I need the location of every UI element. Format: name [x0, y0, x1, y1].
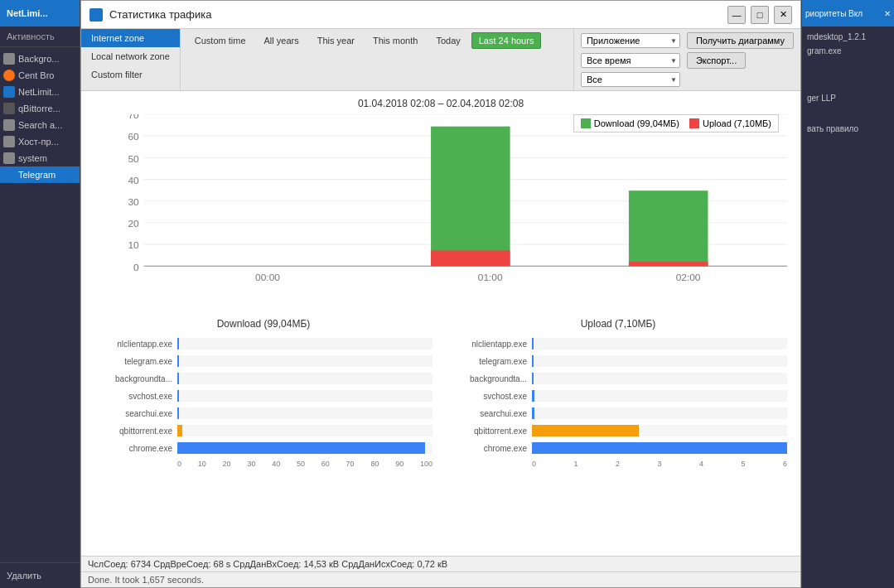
bar-track [177, 373, 433, 384]
bar-track [532, 338, 787, 349]
svg-text:40: 40 [128, 176, 138, 185]
delete-button[interactable]: Удалить [7, 571, 41, 581]
svg-text:10: 10 [128, 241, 138, 250]
upload-chart-inner: nlclientapp.exe telegram.exe backgroundt… [449, 336, 787, 470]
sidebar-item-background[interactable]: Backgro... [0, 51, 80, 67]
zone-internet[interactable]: Internet zone [81, 29, 180, 47]
list-item [802, 105, 894, 122]
svg-text:01:00: 01:00 [478, 273, 503, 282]
svg-text:02:00: 02:00 [676, 273, 701, 282]
right-panel-header: риоритеты Вкл ✕ [802, 0, 894, 27]
dialog-titlebar: Статистика трафика — □ ✕ [81, 1, 800, 29]
sidebar-item-label: qBittorre... [18, 104, 60, 113]
close-button[interactable]: ✕ [774, 6, 792, 24]
tab-last-24h[interactable]: Last 24 hours [471, 32, 542, 49]
bar-track [177, 355, 433, 367]
right-panel-title: риоритеты Вкл [805, 9, 863, 18]
table-row: backgroundta... [449, 371, 787, 386]
table-row: backgroundta... [94, 371, 433, 386]
zone-custom[interactable]: Custom filter [81, 65, 180, 84]
list-item [802, 75, 894, 91]
legend-download: Download (99,04МБ) [581, 118, 679, 128]
sidebar-item-label: system [18, 153, 47, 163]
tab-all-years[interactable]: All years [257, 32, 307, 49]
nav-time-tabs: Custom time All years This year This mon… [181, 29, 573, 90]
status-bar: ЧслСоед: 6734 СрдВреСоед: 68 s СрдДанВхС… [81, 556, 800, 571]
outer-app: NetLimi... Активность Backgro... Cent Br… [0, 0, 894, 588]
get-chart-button[interactable]: Получить диаграмму [687, 32, 794, 49]
bar-track [532, 407, 787, 419]
bar-track [177, 338, 433, 349]
svg-text:20: 20 [128, 219, 138, 229]
svg-rect-23 [629, 262, 708, 266]
host-icon [3, 136, 15, 147]
bar-label: chrome.exe [449, 444, 532, 453]
table-row: chrome.exe [94, 441, 433, 455]
background-icon [3, 53, 15, 65]
tab-today[interactable]: Today [428, 32, 467, 49]
bar-label: telegram.exe [449, 357, 532, 366]
sidebar-item-label: Telegram [18, 170, 56, 180]
app-title: NetLimi... [7, 8, 48, 18]
tab-this-month[interactable]: This month [365, 32, 425, 49]
sidebar-item-centbro[interactable]: Cent Bro [0, 67, 80, 84]
list-item: gram.exe [802, 44, 894, 58]
bar-track [177, 425, 433, 436]
svg-text:00:00: 00:00 [255, 273, 280, 282]
sidebar-item-system[interactable]: system [0, 150, 80, 166]
dialog-icon [89, 8, 103, 22]
bar-track [532, 425, 787, 436]
maximize-button[interactable]: □ [751, 6, 769, 24]
status-bottom-text: Done. It took 1,657 seconds. [88, 575, 204, 585]
sidebar-item-label: Backgro... [18, 54, 60, 64]
chart-container: Download (99,04МБ) Upload (7,10МБ) [94, 114, 787, 305]
filter-dropdown[interactable]: Все [581, 72, 680, 87]
download-x-axis: 0 10 20 30 40 50 60 70 80 90 100 [177, 458, 433, 470]
bar-track [177, 390, 433, 402]
bar-label: backgroundta... [94, 374, 177, 383]
table-row: chrome.exe [449, 441, 787, 455]
list-item[interactable]: вать правило [802, 122, 894, 136]
tab-this-year[interactable]: This year [310, 32, 362, 49]
bar-track [532, 355, 787, 367]
filter-dropdown-wrapper: Все [581, 72, 680, 87]
sidebar-item-host[interactable]: Хост-пр... [0, 133, 80, 150]
table-row: svchost.exe [449, 388, 787, 403]
bar-track [177, 442, 433, 454]
table-row: svchost.exe [94, 388, 433, 403]
sidebar-item-netlimit[interactable]: NetLimit... [0, 84, 80, 100]
content-area: 01.04.2018 02:08 – 02.04.2018 02:08 Down… [81, 91, 800, 587]
time-dropdown-wrapper: Все время [581, 53, 680, 68]
centbro-icon [3, 70, 15, 81]
table-row: searchui.exe [94, 406, 433, 421]
upload-chart-panel: Upload (7,10МБ) nlclientapp.exe telegram… [449, 318, 787, 549]
svg-text:60: 60 [128, 133, 138, 142]
time-dropdown[interactable]: Все время [581, 53, 680, 68]
right-panel-close[interactable]: ✕ [884, 9, 891, 18]
minimize-button[interactable]: — [727, 6, 746, 24]
sidebar-item-label: Cent Bro [18, 70, 54, 80]
sidebar-item-qbittorrent[interactable]: qBittorre... [0, 100, 80, 117]
table-row: qbittorrent.exe [94, 423, 433, 438]
legend-upload: Upload (7,10МБ) [689, 118, 771, 128]
bar-label: nlclientapp.exe [94, 340, 177, 349]
tab-custom-time[interactable]: Custom time [187, 32, 254, 49]
sidebar-items: Backgro... Cent Bro NetLimit... qBittorr… [0, 47, 80, 183]
chart-section: 01.04.2018 02:08 – 02.04.2018 02:08 Down… [81, 91, 800, 311]
status-stats: ЧслСоед: 6734 СрдВреСоед: 68 s СрдДанВхС… [88, 559, 447, 569]
zone-local[interactable]: Local network zone [81, 47, 180, 65]
bar-label: backgroundta... [449, 374, 532, 383]
right-panel-items: mdesktop_1.2.1 gram.exe ger LLP вать пра… [802, 27, 894, 136]
download-chart-inner: nlclientapp.exe telegram.exe backgroundt… [94, 336, 433, 470]
list-item: ger LLP [802, 91, 894, 105]
bar-label: qbittorrent.exe [449, 427, 532, 436]
svg-rect-22 [629, 190, 708, 266]
app-dropdown[interactable]: Приложение [581, 33, 680, 48]
svg-text:30: 30 [128, 198, 138, 207]
sidebar-item-label: NetLimit... [18, 87, 60, 97]
app-dropdown-wrapper: Приложение [581, 33, 680, 48]
sidebar-item-search[interactable]: Search a... [0, 117, 80, 133]
export-button[interactable]: Экспорт... [687, 52, 746, 69]
bar-label: qbittorrent.exe [94, 427, 177, 436]
sidebar-item-telegram[interactable]: Telegram [0, 166, 80, 183]
